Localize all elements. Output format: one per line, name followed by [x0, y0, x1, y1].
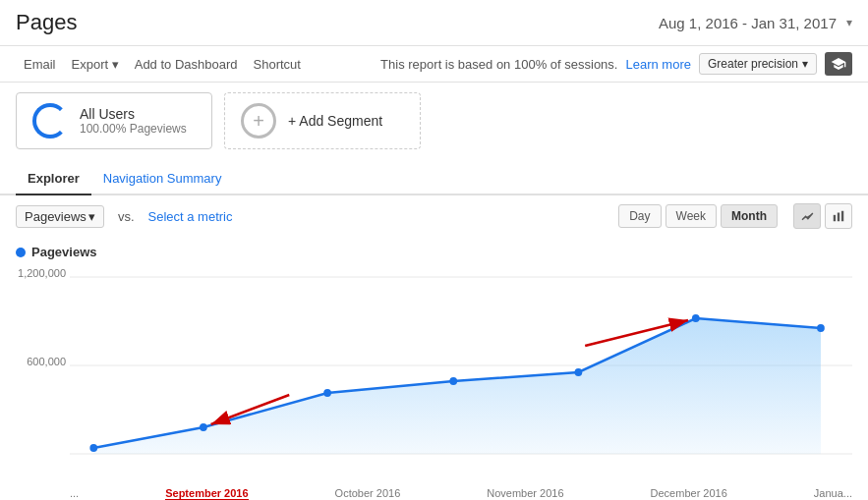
- precision-button[interactable]: Greater precision ▾: [699, 53, 817, 75]
- data-point: [89, 444, 97, 452]
- tab-navigation-summary[interactable]: Navigation Summary: [91, 163, 234, 195]
- tab-explorer[interactable]: Explorer: [16, 163, 91, 195]
- x-label-nov-2016: November 2016: [487, 487, 563, 500]
- segment-name: All Users: [80, 106, 187, 122]
- x-label-jan: Janua...: [814, 487, 852, 500]
- email-button[interactable]: Email: [16, 53, 64, 76]
- segments-area: All Users 100.00% Pageviews + + Add Segm…: [0, 83, 868, 159]
- metric-selector[interactable]: Pageviews ▾: [16, 205, 104, 228]
- add-segment-label: + Add Segment: [288, 113, 382, 129]
- date-range-caret-icon[interactable]: ▾: [846, 16, 852, 29]
- export-caret-icon: ▾: [112, 57, 119, 72]
- chart-type-buttons: [793, 203, 852, 229]
- add-segment-info: + Add Segment: [288, 113, 382, 129]
- x-label-oct-2016: October 2016: [335, 487, 401, 500]
- learn-more-link[interactable]: Learn more: [625, 57, 690, 72]
- x-axis-labels: ... September 2016 October 2016 November…: [16, 483, 852, 500]
- chart-area: Pageviews 1,200,000 600,000: [0, 237, 868, 500]
- shortcut-button[interactable]: Shortcut: [246, 53, 309, 76]
- x-label-0: ...: [70, 487, 79, 500]
- y-axis-labels: 1,200,000 600,000: [16, 267, 70, 444]
- data-point: [575, 368, 583, 376]
- x-label-sep-2016: September 2016: [165, 487, 248, 500]
- data-point: [692, 314, 700, 322]
- data-point: [817, 324, 825, 332]
- data-point: [200, 423, 207, 431]
- x-label-dec-2016: December 2016: [651, 487, 727, 500]
- period-buttons: Day Week Month: [618, 204, 778, 228]
- vs-label: vs.: [118, 209, 135, 224]
- segment-info: All Users 100.00% Pageviews: [80, 106, 187, 136]
- data-point: [449, 377, 457, 385]
- line-chart-button[interactable]: [793, 203, 821, 229]
- legend-dot-icon: [16, 248, 26, 257]
- session-info: This report is based on 100% of sessions…: [380, 57, 617, 72]
- svg-rect-0: [834, 215, 836, 221]
- period-month-button[interactable]: Month: [721, 204, 778, 228]
- toolbar-right: This report is based on 100% of sessions…: [380, 52, 852, 76]
- select-metric-link[interactable]: Select a metric: [148, 209, 233, 224]
- header-right: Aug 1, 2016 - Jan 31, 2017 ▾: [659, 15, 852, 31]
- chart-area-fill: [93, 318, 821, 454]
- tabs-bar: Explorer Navigation Summary: [0, 163, 868, 195]
- segment-all-users[interactable]: All Users 100.00% Pageviews: [16, 92, 212, 149]
- precision-caret-icon: ▾: [802, 57, 808, 71]
- chart-container: 1,200,000 600,000: [16, 267, 852, 483]
- page-header: Pages Aug 1, 2016 - Jan 31, 2017 ▾: [0, 0, 868, 46]
- bar-chart-button[interactable]: [825, 203, 852, 229]
- segment-circle-icon: [32, 103, 68, 139]
- add-segment-card[interactable]: + + Add Segment: [224, 92, 421, 149]
- segment-sub: 100.00% Pageviews: [80, 122, 187, 136]
- date-range: Aug 1, 2016 - Jan 31, 2017: [659, 15, 837, 31]
- y-label-mid: 600,000: [16, 356, 66, 367]
- legend-label: Pageviews: [31, 245, 97, 259]
- metric-caret-icon: ▾: [88, 209, 95, 224]
- add-dashboard-button[interactable]: Add to Dashboard: [127, 53, 246, 76]
- svg-rect-1: [838, 213, 839, 222]
- y-label-top: 1,200,000: [16, 267, 66, 279]
- period-week-button[interactable]: Week: [665, 204, 717, 228]
- period-day-button[interactable]: Day: [618, 204, 661, 228]
- toolbar: Email Export ▾ Add to Dashboard Shortcut…: [0, 46, 868, 83]
- svg-rect-2: [841, 211, 843, 222]
- toolbar-left: Email Export ▾ Add to Dashboard Shortcut: [16, 53, 309, 76]
- graduation-icon[interactable]: [825, 52, 852, 76]
- chart-legend: Pageviews: [16, 245, 852, 259]
- page-title: Pages: [16, 10, 77, 35]
- data-point: [323, 389, 331, 397]
- add-segment-circle-icon: +: [241, 103, 276, 139]
- chart-svg: [70, 267, 852, 464]
- export-button[interactable]: Export ▾: [64, 53, 127, 76]
- chart-controls: Pageviews ▾ vs. Select a metric Day Week…: [0, 195, 868, 237]
